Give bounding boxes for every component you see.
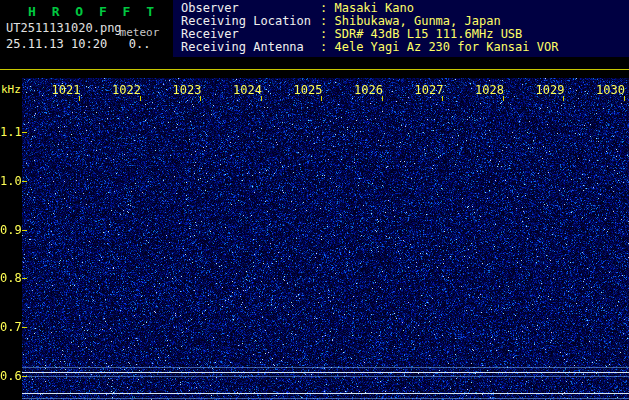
y-tick-mark (22, 376, 27, 377)
x-tick-label: 1030 (596, 83, 625, 97)
y-tick-mark (22, 132, 27, 133)
x-tick-label: 1028 (475, 83, 504, 97)
y-tick-label: 0.7 (0, 320, 20, 334)
y-tick-label: 0.9 (0, 223, 20, 237)
y-tick-label: 0.8 (0, 271, 20, 285)
info-colon: : (320, 40, 327, 54)
y-tick-mark (22, 181, 27, 182)
x-tick-label: 1029 (536, 83, 565, 97)
x-tick-label: 1021 (52, 83, 81, 97)
x-tick-mark (624, 96, 625, 101)
x-tick-mark (140, 96, 141, 101)
y-axis-unit-label: kHz (1, 83, 21, 96)
y-tick-mark (22, 230, 27, 231)
info-colon: : (320, 14, 327, 28)
app-title: H R O F F T (28, 4, 158, 19)
x-tick-label: 1023 (173, 83, 202, 97)
x-tick-mark (442, 96, 443, 101)
hrofft-window: H R O F F T UT2511131020.pngmeteor 25.11… (0, 0, 629, 400)
y-tick-label: 0.6 (0, 369, 20, 383)
x-tick-mark (503, 96, 504, 101)
info-colon: : (320, 1, 327, 15)
y-tick-label: 1.1 (0, 125, 20, 139)
x-tick-mark (79, 96, 80, 101)
y-tick-mark (22, 327, 27, 328)
y-tick-mark (22, 278, 27, 279)
x-tick-label: 1024 (233, 83, 262, 97)
x-tick-label: 1027 (415, 83, 444, 97)
info-panel: Observer: Masaki Kano Receiving Location… (173, 0, 629, 57)
info-label: Receiving Antenna (181, 41, 320, 54)
x-tick-label: 1022 (112, 83, 141, 97)
x-tick-label: 1025 (294, 83, 323, 97)
info-value: 4ele Yagi Az 230 for Kansai VOR (334, 40, 558, 54)
x-tick-mark (261, 96, 262, 101)
x-tick-mark (200, 96, 201, 101)
header-separator (0, 69, 629, 70)
info-value: Shibukawa, Gunma, Japan (334, 14, 500, 28)
y-tick-label: 1.0 (0, 174, 20, 188)
x-tick-mark (382, 96, 383, 101)
x-tick-label: 1026 (354, 83, 383, 97)
info-value: Masaki Kano (334, 1, 413, 15)
info-value: SDR# 43dB L15 111.6MHz USB (334, 27, 522, 41)
x-tick-mark (563, 96, 564, 101)
filename: UT2511131020.png (6, 21, 122, 35)
info-row-antenna: Receiving Antenna: 4ele Yagi Az 230 for … (181, 41, 629, 54)
x-tick-mark (321, 96, 322, 101)
file-row: UT2511131020.pngmeteor (6, 21, 159, 35)
timestamp: 25.11.13 10:20 0.. (6, 37, 151, 51)
spectrogram-canvas (22, 78, 629, 400)
info-colon: : (320, 27, 327, 41)
